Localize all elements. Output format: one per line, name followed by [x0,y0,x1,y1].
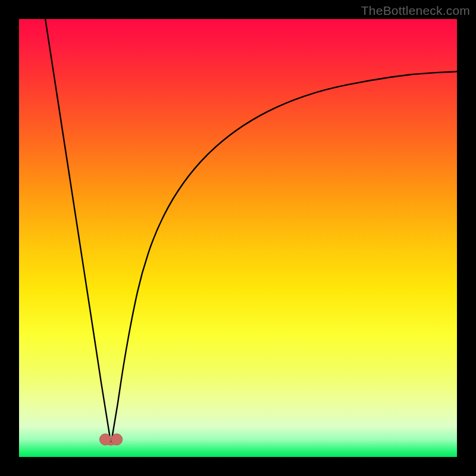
plot-area [19,19,457,457]
marker-min-left [99,434,111,445]
bottleneck-curve [45,19,457,444]
watermark-text: TheBottleneck.com [361,4,470,18]
chart-frame: TheBottleneck.com [0,0,476,476]
curve-svg [19,19,457,457]
marker-min-right [111,434,123,445]
